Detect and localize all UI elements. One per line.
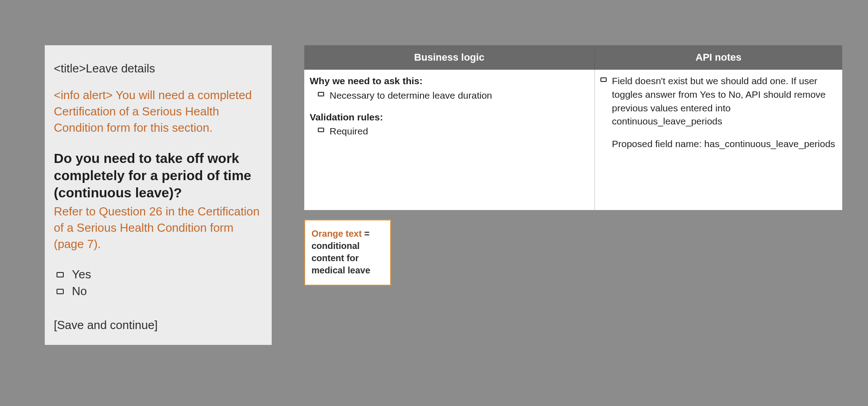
question-text: Do you need to take off work completely … <box>54 150 263 202</box>
validation-item-text: Required <box>330 124 368 138</box>
validation-item: Required <box>318 124 589 138</box>
api-note-para-2: Proposed field name: has_continuous_leav… <box>612 137 837 151</box>
header-business-logic: Business logic <box>304 45 594 70</box>
why-item-text: Necessary to determine leave duration <box>330 89 492 102</box>
checkbox-icon <box>57 289 64 294</box>
legend-equals: = <box>362 229 369 239</box>
checkbox-icon <box>318 128 324 132</box>
checkbox-icon <box>600 77 607 82</box>
spec-table: Business logic API notes Why we need to … <box>304 45 842 210</box>
info-alert-annotation: <info alert> You will need a completed C… <box>54 87 263 136</box>
title-prefix: <title> <box>54 62 86 75</box>
option-yes[interactable]: Yes <box>57 267 263 282</box>
legend-orange-label: Orange text <box>311 229 362 239</box>
validation-heading: Validation rules: <box>310 110 589 124</box>
api-note-para-1: Field doesn't exist but we should add on… <box>612 74 837 128</box>
info-prefix: <info alert> <box>54 88 116 102</box>
option-no-label: No <box>72 284 87 298</box>
page-title-annotation: <title>Leave details <box>54 62 263 76</box>
save-continue-button[interactable]: [Save and continue] <box>54 318 263 332</box>
why-item: Necessary to determine leave duration <box>318 89 589 102</box>
cell-business-logic: Why we need to ask this: Necessary to de… <box>304 70 594 210</box>
question-hint: Refer to Question 26 in the Certificatio… <box>54 204 263 253</box>
checkbox-icon <box>318 92 324 96</box>
option-yes-label: Yes <box>72 267 91 282</box>
checkbox-icon <box>57 272 64 277</box>
option-no[interactable]: No <box>57 284 263 298</box>
table-row: Why we need to ask this: Necessary to de… <box>304 70 842 210</box>
legend-box: Orange text = conditional content for me… <box>304 220 391 286</box>
spec-card: <title>Leave details <info alert> You wi… <box>45 45 272 345</box>
title-text: Leave details <box>86 62 155 75</box>
header-api-notes: API notes <box>594 45 842 70</box>
radio-options: Yes No <box>57 267 263 298</box>
cell-api-notes: Field doesn't exist but we should add on… <box>594 70 842 210</box>
legend-description: conditional content for medical leave <box>311 241 370 275</box>
why-heading: Why we need to ask this: <box>310 74 589 88</box>
